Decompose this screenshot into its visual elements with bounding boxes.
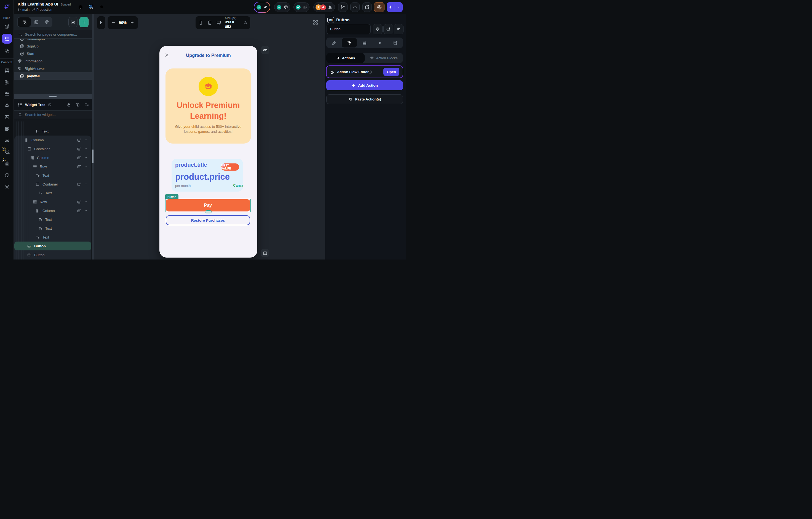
tree-item-button[interactable]: BTNButton bbox=[14, 250, 91, 259]
action-blocks-segment[interactable]: Action Blocks bbox=[365, 53, 403, 63]
page-item-information[interactable]: Information bbox=[14, 57, 92, 65]
rail-item-backend-database[interactable] bbox=[0, 65, 14, 77]
tree-item-row[interactable]: Row bbox=[14, 197, 91, 206]
tree-item-column[interactable]: Column bbox=[14, 153, 91, 162]
paste-actions-button[interactable]: Paste Action(s) bbox=[326, 94, 403, 104]
collapse-node-caret[interactable] bbox=[84, 156, 88, 160]
run-button[interactable] bbox=[387, 5, 395, 9]
rail-item-theme[interactable] bbox=[0, 169, 14, 181]
tab-properties[interactable] bbox=[326, 37, 342, 48]
open-flow-editor-button[interactable]: Open bbox=[383, 67, 399, 76]
add-child-widget-button[interactable] bbox=[77, 199, 81, 204]
add-child-widget-button[interactable] bbox=[77, 138, 81, 142]
collapse-node-caret[interactable] bbox=[84, 182, 88, 186]
add-child-widget-button[interactable] bbox=[77, 209, 81, 213]
tree-item-text[interactable]: Text bbox=[14, 189, 91, 197]
rail-item-settings[interactable] bbox=[0, 181, 14, 192]
help-button[interactable] bbox=[78, 4, 83, 10]
convert-to-component-button[interactable] bbox=[373, 24, 382, 34]
collapse-node-caret[interactable] bbox=[84, 147, 88, 151]
restore-purchases-button[interactable]: Restore Purchases bbox=[166, 215, 250, 225]
pages-search-input[interactable] bbox=[25, 32, 86, 36]
rail-item-components[interactable] bbox=[0, 45, 14, 57]
page-item-scratchpad[interactable]: Scratchpad bbox=[14, 39, 92, 43]
zoom-level[interactable]: 90% bbox=[119, 21, 126, 25]
tree-item-text[interactable]: Text bbox=[14, 127, 91, 136]
run-options-button[interactable] bbox=[395, 5, 403, 9]
rail-item-ai-agent[interactable] bbox=[0, 158, 14, 169]
tree-item-column[interactable]: Column bbox=[14, 136, 91, 144]
flutterflow-logo[interactable] bbox=[0, 0, 14, 15]
pay-button[interactable]: Pay bbox=[166, 199, 250, 212]
rail-item-data-types[interactable] bbox=[0, 77, 14, 88]
tree-scrollbar-thumb[interactable] bbox=[92, 149, 93, 163]
page-item-rightanswer[interactable]: RightAnswer bbox=[14, 65, 92, 72]
collapse-node-caret[interactable] bbox=[84, 138, 88, 142]
view-code-button[interactable] bbox=[350, 2, 360, 12]
panel-splitter[interactable] bbox=[14, 94, 92, 99]
collapse-panel-button[interactable] bbox=[97, 16, 105, 29]
collapse-node-caret[interactable] bbox=[84, 209, 88, 213]
add-folder-button[interactable] bbox=[68, 17, 78, 27]
widget-name-input[interactable] bbox=[326, 24, 371, 34]
tab-animations[interactable] bbox=[372, 37, 388, 48]
add-page-button[interactable] bbox=[80, 17, 89, 27]
tree-item-button[interactable]: BTNButton bbox=[14, 242, 91, 250]
rail-item-page-selector[interactable] bbox=[0, 32, 14, 45]
rail-item-localization[interactable] bbox=[0, 123, 14, 134]
rail-item-project-files[interactable] bbox=[0, 88, 14, 100]
tree-item-text[interactable]: Text bbox=[14, 215, 91, 224]
preview-button[interactable] bbox=[374, 2, 384, 12]
rail-item-media-assets[interactable] bbox=[0, 111, 14, 123]
status-pill-comments[interactable] bbox=[274, 2, 290, 12]
tab-documentation[interactable] bbox=[387, 37, 403, 48]
collapse-node-caret[interactable] bbox=[84, 200, 88, 204]
tree-item-row[interactable]: Row bbox=[14, 162, 91, 171]
actions-segment[interactable]: Actions bbox=[326, 53, 365, 63]
tree-item-text[interactable]: Text bbox=[14, 233, 91, 242]
page-item-signup[interactable]: SignUp bbox=[14, 43, 92, 50]
tree-item-text[interactable]: Text bbox=[14, 224, 91, 233]
tab-actions[interactable] bbox=[342, 38, 357, 48]
tablet-device-button[interactable] bbox=[207, 20, 212, 25]
phone-device-button[interactable] bbox=[198, 20, 203, 25]
hero-card[interactable]: Unlock Premium Learning! Give your child… bbox=[166, 69, 251, 143]
rail-item-add-widget[interactable] bbox=[0, 21, 14, 32]
zoom-out-button[interactable] bbox=[111, 21, 116, 25]
selection-resize-handle[interactable] bbox=[205, 210, 211, 213]
run-split-button[interactable] bbox=[387, 2, 403, 12]
expand-tree-button[interactable] bbox=[75, 103, 80, 107]
add-action-button[interactable]: Add Action bbox=[326, 80, 403, 90]
canvas-settings-button[interactable] bbox=[312, 19, 319, 26]
project-subtitle[interactable]: main Production bbox=[18, 8, 52, 11]
command-menu-button[interactable]: ⌘ bbox=[89, 4, 94, 10]
ai-generate-button[interactable] bbox=[394, 24, 404, 34]
toggle-appbar-button[interactable] bbox=[261, 46, 269, 54]
filter-pages-tab[interactable] bbox=[31, 17, 41, 27]
tab-backend[interactable] bbox=[357, 37, 372, 48]
tree-item-container[interactable]: Container bbox=[14, 180, 91, 189]
add-child-widget-button[interactable] bbox=[77, 146, 81, 151]
open-in-new-button[interactable] bbox=[362, 2, 372, 12]
page-item-start[interactable]: Start bbox=[14, 50, 92, 57]
zoom-in-button[interactable] bbox=[130, 21, 134, 25]
rail-item-integrations[interactable] bbox=[0, 100, 14, 111]
page-item-paywall[interactable]: paywall bbox=[14, 72, 92, 80]
panel-resize-divider[interactable] bbox=[92, 15, 94, 260]
product-card[interactable]: product.title BEST VALUE product.price p… bbox=[172, 159, 243, 192]
wrap-widget-button[interactable] bbox=[383, 24, 393, 34]
desktop-device-button[interactable] bbox=[216, 20, 221, 25]
filter-components-tab[interactable] bbox=[41, 17, 52, 27]
filter-pages-and-components-tab[interactable] bbox=[18, 18, 31, 27]
collapse-node-caret[interactable] bbox=[84, 165, 88, 168]
add-child-widget-button[interactable] bbox=[77, 156, 81, 160]
rail-item-app-checks[interactable] bbox=[0, 146, 14, 158]
widget-search-input[interactable] bbox=[25, 113, 86, 117]
status-pill-performance[interactable] bbox=[293, 2, 310, 12]
status-pill-issues[interactable]: 1 4 bbox=[313, 2, 335, 12]
tree-item-text[interactable]: Text bbox=[14, 171, 91, 180]
global-search-button[interactable] bbox=[99, 4, 105, 10]
status-pill-design[interactable] bbox=[254, 2, 270, 13]
branch-manager-button[interactable] bbox=[338, 2, 348, 12]
tree-options-button[interactable] bbox=[84, 103, 89, 107]
